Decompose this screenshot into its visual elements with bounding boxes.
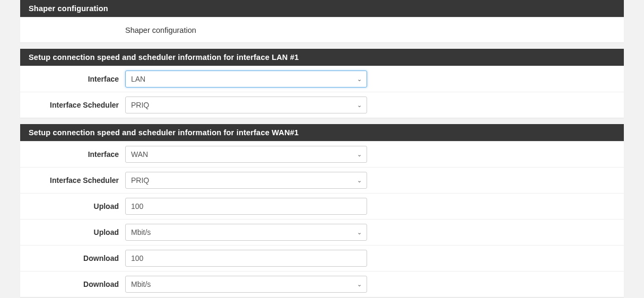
interface-scheduler-select[interactable]: PRIQ	[125, 97, 367, 113]
select-wrap: WAN ⌄	[125, 146, 367, 163]
field-label: Upload	[20, 202, 125, 211]
upload-input[interactable]	[125, 198, 367, 215]
interface-scheduler-select[interactable]: PRIQ	[125, 172, 367, 189]
select-wrap: PRIQ ⌄	[125, 172, 367, 189]
interface-select[interactable]: WAN	[125, 146, 367, 163]
download-input[interactable]	[125, 250, 367, 267]
panel-header: Setup connection speed and scheduler inf…	[20, 124, 624, 141]
field-label: Interface	[20, 150, 125, 159]
page: Shaper configuration Shaper configuratio…	[0, 0, 644, 298]
panel-header: Setup connection speed and scheduler inf…	[20, 49, 624, 66]
form-row: Interface Scheduler PRIQ ⌄	[20, 167, 624, 193]
field-label: Interface Scheduler	[20, 176, 125, 185]
field-label: Download	[20, 280, 125, 288]
form-row: Interface LAN ⌄	[20, 66, 624, 92]
field-label: Interface Scheduler	[20, 101, 125, 109]
panel-header: Shaper configuration	[20, 0, 624, 17]
form-row: Interface Scheduler PRIQ ⌄	[20, 92, 624, 118]
select-wrap: LAN ⌄	[125, 71, 367, 87]
form-row: Download	[20, 245, 624, 271]
form-row: Download Mbit/s ⌄	[20, 271, 624, 297]
field-label: Interface	[20, 75, 125, 83]
panel-wan: Setup connection speed and scheduler inf…	[20, 124, 624, 297]
form-row: Upload	[20, 193, 624, 219]
select-wrap: Mbit/s ⌄	[125, 224, 367, 241]
form-row: Interface WAN ⌄	[20, 141, 624, 167]
select-wrap: Mbit/s ⌄	[125, 276, 367, 293]
form-row: Shaper configuration	[20, 17, 624, 42]
interface-select[interactable]: LAN	[125, 71, 367, 87]
field-label: Upload	[20, 228, 125, 236]
select-wrap: PRIQ ⌄	[125, 97, 367, 113]
download-unit-select[interactable]: Mbit/s	[125, 276, 367, 293]
field-label: Download	[20, 254, 125, 262]
static-text: Shaper configuration	[125, 26, 367, 34]
panel-shaper-config: Shaper configuration Shaper configuratio…	[20, 0, 624, 42]
upload-unit-select[interactable]: Mbit/s	[125, 224, 367, 241]
form-row: Upload Mbit/s ⌄	[20, 219, 624, 245]
panel-lan: Setup connection speed and scheduler inf…	[20, 49, 624, 118]
